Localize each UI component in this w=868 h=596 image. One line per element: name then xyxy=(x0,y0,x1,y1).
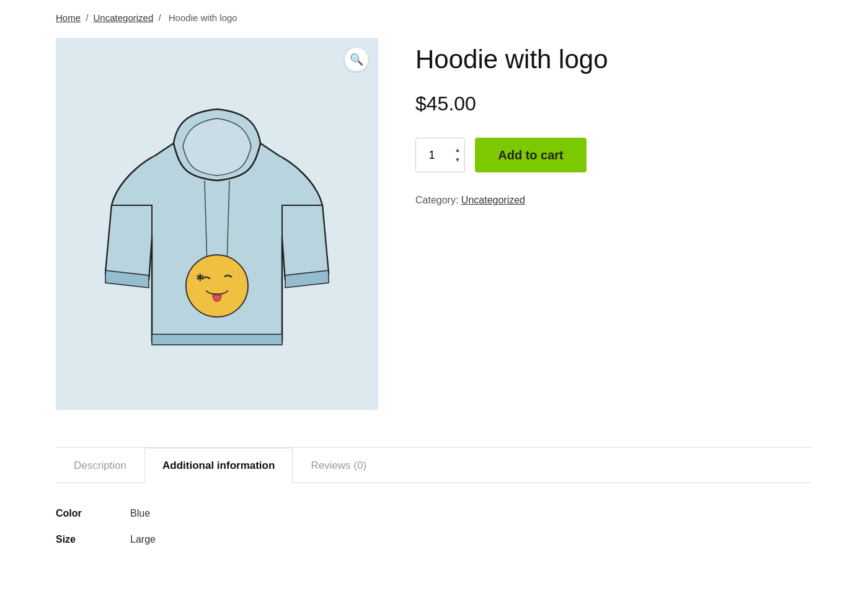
attribute-value-size: Large xyxy=(130,534,156,545)
attribute-table: Color Blue Size Large xyxy=(56,508,366,545)
add-to-cart-row: ▲ ▼ Add to cart xyxy=(415,138,812,172)
product-price: $45.00 xyxy=(415,92,812,115)
attribute-value-color: Blue xyxy=(130,508,150,519)
svg-text:✱: ✱ xyxy=(196,272,204,283)
product-image: ✱ xyxy=(99,81,335,367)
breadcrumb: Home / Uncategorized / Hoodie with logo xyxy=(56,12,812,23)
product-title: Hoodie with logo xyxy=(415,44,812,75)
tab-description[interactable]: Description xyxy=(56,448,144,483)
product-category: Category: Uncategorized xyxy=(415,195,812,206)
product-image-container: 🔍 xyxy=(56,38,378,410)
product-info: Hoodie with logo $45.00 ▲ ▼ Add to cart … xyxy=(415,38,812,206)
zoom-button[interactable]: 🔍 xyxy=(345,48,368,71)
tab-reviews[interactable]: Reviews (0) xyxy=(293,448,384,483)
svg-point-4 xyxy=(186,255,248,317)
tabs-section: Description Additional information Revie… xyxy=(56,447,812,585)
quantity-input[interactable] xyxy=(421,149,452,162)
breadcrumb-current: Hoodie with logo xyxy=(169,12,237,23)
breadcrumb-category[interactable]: Uncategorized xyxy=(94,12,154,23)
tab-content-additional: Color Blue Size Large xyxy=(56,483,812,585)
breadcrumb-sep1: / xyxy=(86,12,91,23)
attribute-row-size: Size Large xyxy=(56,534,366,545)
product-layout: 🔍 xyxy=(56,38,812,410)
attribute-row-color: Color Blue xyxy=(56,508,366,519)
breadcrumb-home[interactable]: Home xyxy=(56,12,81,23)
quantity-spinners: ▲ ▼ xyxy=(452,146,463,164)
quantity-down-button[interactable]: ▼ xyxy=(452,156,463,164)
attribute-key-color: Color xyxy=(56,508,105,519)
attribute-key-size: Size xyxy=(56,534,105,545)
tab-additional-information[interactable]: Additional information xyxy=(144,448,293,483)
quantity-up-button[interactable]: ▲ xyxy=(452,146,463,154)
category-label: Category: xyxy=(415,195,458,205)
category-link[interactable]: Uncategorized xyxy=(461,195,525,205)
add-to-cart-button[interactable]: Add to cart xyxy=(475,138,587,172)
zoom-icon: 🔍 xyxy=(350,53,363,66)
tabs-nav: Description Additional information Revie… xyxy=(56,448,812,483)
breadcrumb-sep2: / xyxy=(158,12,163,23)
quantity-field: ▲ ▼ xyxy=(415,138,465,172)
